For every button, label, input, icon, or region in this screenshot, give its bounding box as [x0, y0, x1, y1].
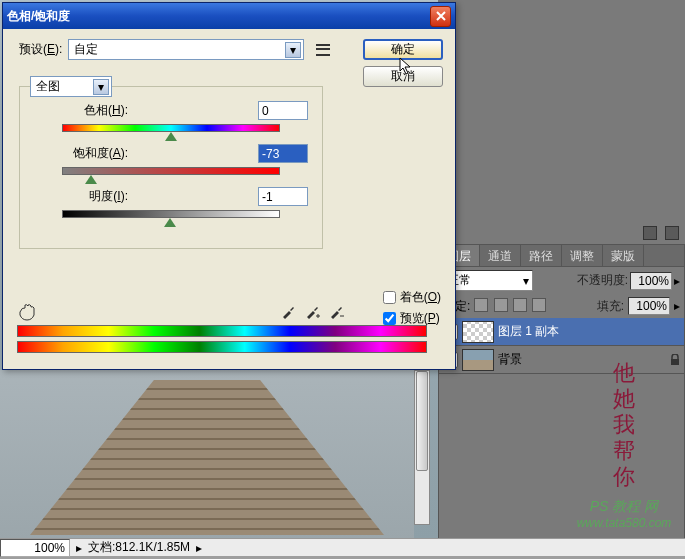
chevron-down-icon: ▾: [523, 274, 529, 288]
preset-menu-icon[interactable]: [316, 44, 330, 56]
colorize-checkbox[interactable]: [383, 291, 396, 304]
opacity-label: 不透明度:: [577, 272, 628, 289]
status-bar: 100% ▸ 文档:812.1K/1.85M ▸: [0, 538, 685, 556]
hue-label: 色相(H):: [34, 102, 128, 119]
hue-slider-block: 色相(H):: [34, 101, 308, 134]
new-doc-icon[interactable]: [643, 226, 657, 240]
lightness-gradient: [62, 210, 280, 218]
panel-gap: [438, 0, 685, 244]
chevron-right-icon[interactable]: ▸: [674, 299, 680, 313]
close-icon: [435, 10, 447, 22]
doc-info: 文档:812.1K/1.85M: [82, 538, 196, 557]
preset-label: 预设(E):: [19, 41, 62, 58]
preset-value: 自定: [74, 41, 98, 58]
layer-name[interactable]: 背景: [498, 351, 522, 368]
layer-list: 图层 1 副本 背景: [439, 318, 684, 374]
spectrum-bars: [17, 325, 427, 357]
edit-channel-select[interactable]: 全图 ▾: [30, 76, 112, 97]
preset-select[interactable]: 自定 ▾: [68, 39, 304, 60]
blend-mode-select[interactable]: 正常 ▾: [443, 270, 533, 291]
sliders-group: 全图 ▾ 色相(H): 饱和度(A):: [19, 86, 323, 249]
layer-name[interactable]: 图层 1 副本: [498, 323, 559, 340]
layer-row[interactable]: 背景: [439, 346, 684, 374]
lightness-slider-block: 明度(I):: [34, 187, 308, 220]
close-button[interactable]: [430, 6, 451, 27]
chevron-right-icon[interactable]: ▸: [674, 274, 680, 288]
fill-label: 填充:: [597, 298, 624, 315]
hue-saturation-dialog: 色相/饱和度 预设(E): 自定 ▾ 确定 取消 全图: [2, 2, 456, 370]
opacity-input[interactable]: 100%: [630, 272, 672, 290]
dialog-buttons: 确定 取消: [363, 39, 443, 87]
tab-adjustments[interactable]: 调整: [562, 245, 603, 266]
preview-checkbox[interactable]: [383, 312, 396, 325]
layer-row[interactable]: 图层 1 副本: [439, 318, 684, 346]
saturation-label: 饱和度(A):: [34, 145, 128, 162]
tab-paths[interactable]: 路径: [521, 245, 562, 266]
panel-tabs: 图层 通道 路径 调整 蒙版: [439, 245, 684, 267]
panel-toolbar-icons: [643, 226, 679, 240]
eyedropper-add-icon[interactable]: [303, 303, 321, 321]
fill-input[interactable]: 100%: [628, 297, 670, 315]
chevron-down-icon[interactable]: ▾: [285, 42, 301, 58]
dialog-titlebar[interactable]: 色相/饱和度: [3, 3, 455, 29]
scrollbar-thumb[interactable]: [416, 371, 428, 471]
lock-pixels-icon[interactable]: [494, 298, 508, 312]
saturation-slider-block: 饱和度(A):: [34, 144, 308, 177]
lightness-slider-thumb[interactable]: [164, 218, 176, 227]
cancel-button[interactable]: 取消: [363, 66, 443, 87]
zoom-input[interactable]: 100%: [0, 539, 70, 557]
spectrum-bar-bottom[interactable]: [17, 341, 427, 353]
layers-panel: 图层 通道 路径 调整 蒙版 正常 ▾ 不透明度: 100% ▸ 锁定: 填充:: [438, 244, 685, 540]
svg-rect-0: [671, 359, 679, 365]
layer-thumbnail[interactable]: [462, 349, 494, 371]
eyedropper-subtract-icon[interactable]: [327, 303, 345, 321]
hue-slider-track[interactable]: [62, 124, 280, 134]
tab-channels[interactable]: 通道: [480, 245, 521, 266]
lock-icon: [669, 354, 681, 366]
saturation-slider-track[interactable]: [62, 167, 280, 177]
scrubby-hand-icon[interactable]: [17, 303, 39, 321]
lightness-slider-track[interactable]: [62, 210, 280, 220]
tab-masks[interactable]: 蒙版: [603, 245, 644, 266]
hue-slider-thumb[interactable]: [165, 132, 177, 141]
blend-mode-row: 正常 ▾ 不透明度: 100% ▸: [439, 267, 684, 294]
dialog-title: 色相/饱和度: [7, 8, 430, 25]
lock-all-icon[interactable]: [532, 298, 546, 312]
eyedropper-icon[interactable]: [279, 303, 297, 321]
triangle-icon[interactable]: ▸: [196, 541, 202, 555]
dialog-body: 预设(E): 自定 ▾ 确定 取消 全图 ▾ 色相(H: [3, 29, 455, 369]
canvas-vertical-scrollbar[interactable]: [414, 370, 430, 525]
checkbox-group: 着色(O) 预览(P): [383, 289, 441, 327]
saturation-slider-thumb[interactable]: [85, 175, 97, 184]
right-panel-column: 图层 通道 路径 调整 蒙版 正常 ▾ 不透明度: 100% ▸ 锁定: 填充:: [438, 0, 685, 540]
saturation-gradient: [62, 167, 280, 175]
edit-channel-value: 全图: [36, 78, 60, 95]
hue-input[interactable]: [258, 101, 308, 120]
lock-position-icon[interactable]: [513, 298, 527, 312]
lightness-label: 明度(I):: [34, 188, 128, 205]
saturation-input[interactable]: [258, 144, 308, 163]
colorize-checkbox-label[interactable]: 着色(O): [383, 289, 441, 306]
lock-row: 锁定: 填充: 100% ▸: [439, 294, 684, 318]
lock-transparent-icon[interactable]: [474, 298, 488, 312]
chevron-down-icon[interactable]: ▾: [93, 79, 109, 95]
hue-gradient: [62, 124, 280, 132]
lightness-input[interactable]: [258, 187, 308, 206]
eyedropper-tools: [279, 303, 345, 321]
ok-button[interactable]: 确定: [363, 39, 443, 60]
lock-icons-group: [474, 298, 548, 315]
spectrum-bar-top[interactable]: [17, 325, 427, 337]
layer-thumbnail[interactable]: [462, 321, 494, 343]
trash-icon[interactable]: [665, 226, 679, 240]
